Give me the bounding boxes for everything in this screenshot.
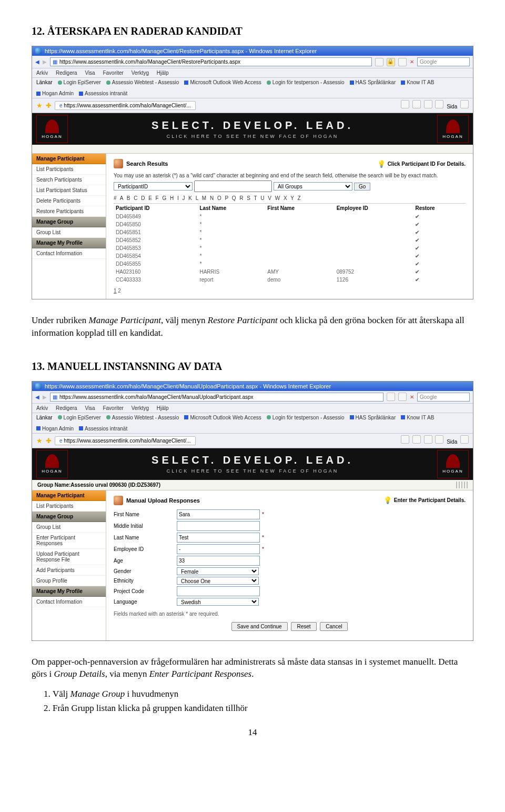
field-first-name[interactable] bbox=[177, 509, 260, 519]
save-continue-button[interactable]: Save and Continue bbox=[231, 622, 288, 631]
cell-participant-id[interactable]: DD465850 bbox=[114, 220, 197, 228]
cell-participant-id[interactable]: DD465855 bbox=[114, 260, 197, 268]
sidebar-header-manage-profile[interactable]: Manage My Profile bbox=[32, 586, 106, 597]
table-row[interactable]: DD465851*✔ bbox=[114, 228, 466, 236]
menu-verktyg[interactable]: Verktyg bbox=[132, 70, 149, 76]
sidebar-item-restore-participants[interactable]: Restore Participants bbox=[32, 206, 106, 217]
restore-check-icon[interactable]: ✔ bbox=[413, 213, 466, 220]
table-row[interactable]: DD465852*✔ bbox=[114, 236, 466, 244]
col-first-name[interactable]: First Name bbox=[265, 204, 334, 213]
favorites-icon[interactable]: ★ bbox=[36, 102, 43, 109]
sidebar-item-delete-participants[interactable]: Delete Participants bbox=[32, 196, 106, 206]
menu-redigera[interactable]: Redigera bbox=[56, 70, 77, 76]
print-icon[interactable] bbox=[424, 435, 432, 444]
field-gender[interactable]: Female bbox=[177, 567, 259, 575]
alpha-filter[interactable]: # A B C D E F G H I J K L M N O P Q R S … bbox=[114, 195, 466, 201]
cell-participant-id[interactable]: HA023160 bbox=[114, 268, 197, 276]
sidebar-item-list-participants[interactable]: List Participants bbox=[32, 164, 106, 175]
table-row[interactable]: HA023160HARRISAMY089752✔ bbox=[114, 268, 466, 276]
col-last-name[interactable]: Last Name bbox=[197, 204, 265, 213]
home-icon[interactable] bbox=[401, 435, 409, 444]
nav-fwd-icon[interactable]: ▶ bbox=[43, 394, 47, 400]
browser-tab[interactable]: e https://www.assessmentlink.com/halo/Ma… bbox=[55, 101, 196, 110]
link-has[interactable]: HAS Språklänkar bbox=[350, 79, 396, 85]
page-1[interactable]: 1 bbox=[114, 288, 117, 294]
link-intranat[interactable]: Assessios intranät bbox=[79, 426, 127, 432]
sidebar-item-add-participants[interactable]: Add Participants bbox=[32, 565, 106, 576]
print-icon[interactable] bbox=[424, 100, 432, 108]
link-episerver[interactable]: Login EpiServer bbox=[58, 79, 101, 85]
nav-back-icon[interactable]: ◀ bbox=[35, 394, 39, 400]
sidebar-item-search-participants[interactable]: Search Participants bbox=[32, 175, 106, 185]
restore-check-icon[interactable]: ✔ bbox=[413, 244, 466, 252]
sidebar-item-list-participant-status[interactable]: List Participant Status bbox=[32, 185, 106, 196]
link-assessio-webtest[interactable]: Assessio Webtest - Assessio bbox=[106, 415, 179, 420]
menu-visa[interactable]: Visa bbox=[85, 405, 95, 411]
restore-check-icon[interactable]: ✔ bbox=[413, 260, 466, 268]
page-menu-icon[interactable] bbox=[435, 435, 443, 444]
sidebar-item-group-list[interactable]: Group List bbox=[32, 227, 106, 238]
select-search-by[interactable]: ParticipantID bbox=[114, 182, 193, 191]
sidebar-item-group-list[interactable]: Group List bbox=[32, 522, 106, 533]
browser-tab[interactable]: e https://www.assessmentlink.com/halo/Ma… bbox=[55, 436, 196, 445]
field-ethnicity[interactable]: Choose One bbox=[177, 577, 259, 585]
stop-icon[interactable]: ✕ bbox=[410, 59, 414, 65]
page-menu-icon[interactable] bbox=[435, 100, 443, 108]
sidebar-header-manage-profile[interactable]: Manage My Profile bbox=[32, 238, 106, 248]
table-row[interactable]: DD465853*✔ bbox=[114, 244, 466, 252]
sidebar-header-manage-group[interactable]: Manage Group bbox=[32, 217, 106, 227]
nav-back-icon[interactable]: ◀ bbox=[35, 59, 39, 65]
link-episerver[interactable]: Login EpiServer bbox=[58, 415, 101, 420]
search-value-input[interactable] bbox=[194, 181, 272, 192]
cell-participant-id[interactable]: DD465852 bbox=[114, 236, 197, 244]
field-age[interactable] bbox=[177, 556, 260, 566]
cell-participant-id[interactable]: DD465854 bbox=[114, 252, 197, 260]
link-outlook[interactable]: Microsoft Outlook Web Access bbox=[184, 415, 261, 420]
link-has[interactable]: HAS Språklänkar bbox=[350, 415, 396, 420]
link-testperson[interactable]: Login för testperson - Assessio bbox=[267, 415, 345, 420]
cell-participant-id[interactable]: DD465853 bbox=[114, 244, 197, 252]
restore-check-icon[interactable]: ✔ bbox=[413, 228, 466, 236]
table-row[interactable]: CC403333reportdemo1126✔ bbox=[114, 276, 466, 284]
add-favorite-icon[interactable]: ✚ bbox=[46, 437, 52, 445]
crumb-icon[interactable] bbox=[467, 482, 468, 488]
sidebar-item-upload-file[interactable]: Upload Participant Response File bbox=[32, 549, 106, 565]
restore-check-icon[interactable]: ✔ bbox=[413, 252, 466, 260]
table-row[interactable]: DD465849*✔ bbox=[114, 213, 466, 220]
col-employee-id[interactable]: Employee ID bbox=[335, 204, 413, 213]
table-row[interactable]: DD465854*✔ bbox=[114, 252, 466, 260]
field-employee-id[interactable] bbox=[177, 544, 260, 554]
feeds-icon[interactable] bbox=[412, 100, 421, 108]
hogan-banner[interactable]: HOGAN SELECT. DEVELOP. LEAD. CLICK HERE … bbox=[32, 113, 473, 145]
field-last-name[interactable] bbox=[177, 533, 260, 543]
field-middle-initial[interactable] bbox=[177, 521, 260, 531]
favorites-icon[interactable]: ★ bbox=[36, 437, 43, 445]
reset-button[interactable]: Reset bbox=[291, 622, 316, 631]
field-project-code[interactable] bbox=[177, 586, 260, 596]
home-icon[interactable] bbox=[401, 100, 409, 108]
menu-hjalp[interactable]: Hjälp bbox=[157, 70, 169, 76]
stop-icon[interactable]: ✕ bbox=[410, 394, 414, 400]
address-bar[interactable]: ▦ https://www.assessmentlink.com/halo/Ma… bbox=[50, 57, 372, 66]
sidebar-item-list-participants[interactable]: List Participants bbox=[32, 501, 106, 512]
crumb-icon[interactable] bbox=[456, 482, 457, 488]
sidebar-item-enter-responses[interactable]: Enter Participant Responses bbox=[32, 533, 106, 549]
crumb-icon[interactable] bbox=[461, 482, 462, 488]
cell-participant-id[interactable]: DD465849 bbox=[114, 213, 197, 220]
link-outlook[interactable]: Microsoft Outlook Web Access bbox=[184, 79, 261, 85]
table-row[interactable]: DD465855*✔ bbox=[114, 260, 466, 268]
search-box[interactable]: Google bbox=[417, 57, 470, 66]
sidebar-item-group-profile[interactable]: Group Profile bbox=[32, 576, 106, 586]
link-hogan-admin[interactable]: Hogan Admin bbox=[36, 91, 74, 96]
link-hogan-admin[interactable]: Hogan Admin bbox=[36, 426, 74, 432]
link-testperson[interactable]: Login för testperson - Assessio bbox=[267, 79, 345, 85]
refresh-icon[interactable] bbox=[375, 58, 383, 66]
crumb-icon[interactable] bbox=[464, 482, 465, 488]
menu-visa[interactable]: Visa bbox=[85, 70, 95, 76]
nav-fwd-icon[interactable]: ▶ bbox=[43, 59, 47, 65]
link-intranat[interactable]: Assessios intranät bbox=[79, 91, 127, 96]
menu-verktyg[interactable]: Verktyg bbox=[132, 405, 149, 411]
add-favorite-icon[interactable]: ✚ bbox=[46, 102, 52, 109]
hogan-banner[interactable]: HOGAN SELECT. DEVELOP. LEAD. CLICK HERE … bbox=[32, 448, 473, 480]
tools-icon[interactable] bbox=[460, 100, 469, 108]
